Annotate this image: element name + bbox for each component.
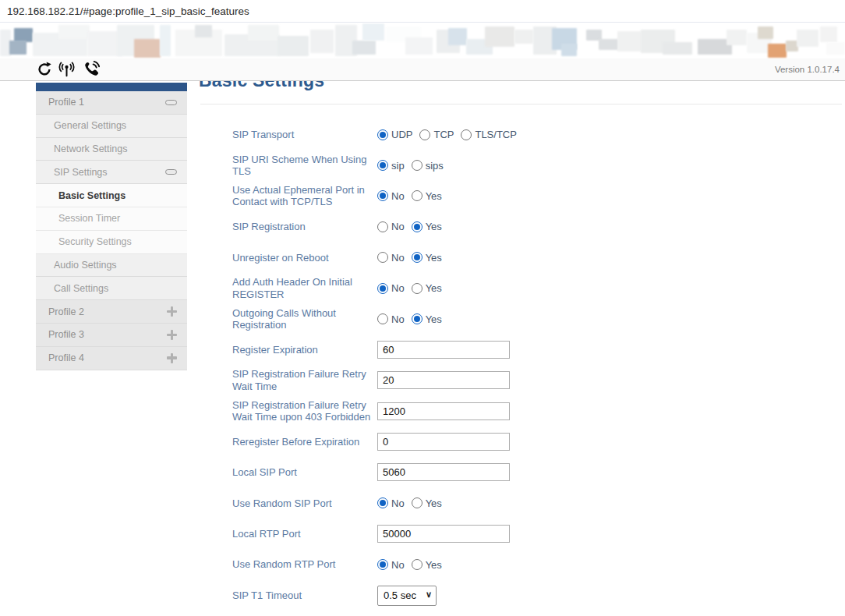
radio-option-label[interactable]: No	[391, 190, 405, 202]
radio-option-label[interactable]: Yes	[426, 559, 442, 571]
setting-label: Use Random RTP Port	[232, 558, 377, 571]
radio-option-label[interactable]: TCP	[433, 129, 454, 140]
blurred-bookmark-block	[310, 30, 334, 53]
radio-use-actual-ephemeral-port-in-contact-with-tcp-tls-no[interactable]	[377, 190, 388, 201]
blurred-bookmark-block	[485, 27, 514, 47]
blurred-bookmark-block	[195, 25, 212, 37]
radio-option-label[interactable]: Yes	[426, 252, 442, 264]
sidebar-nav: Profile 1General SettingsNetwork Setting…	[36, 83, 187, 370]
blurred-bookmark-block	[58, 25, 90, 39]
radio-option-label[interactable]: UDP	[391, 129, 412, 140]
radio-use-random-sip-port-yes[interactable]	[412, 497, 422, 508]
sidebar-item-sip-settings[interactable]: SIP Settings	[36, 161, 187, 184]
phone-icon[interactable]	[81, 60, 101, 79]
sidebar-item-profile-3[interactable]: Profile 3	[36, 324, 187, 347]
setting-control: NoYes	[377, 252, 449, 264]
radio-option-label[interactable]: No	[391, 282, 405, 294]
radio-outgoing-calls-without-registration-yes[interactable]	[412, 313, 422, 324]
radio-sip-registration-yes[interactable]	[412, 221, 422, 232]
input-reregister-before-expiration[interactable]	[377, 433, 510, 451]
select-wrap: 0.5 sec∨	[377, 586, 437, 606]
sidebar-item-session-timer[interactable]: Session Timer	[36, 207, 187, 231]
radio-sip-uri-scheme-when-using-tls-sip[interactable]	[377, 160, 388, 171]
input-local-rtp-port[interactable]	[377, 525, 510, 543]
blurred-bookmark-block	[9, 41, 27, 55]
radio-use-random-sip-port-no[interactable]	[377, 497, 388, 508]
sidebar-item-label: Basic Settings	[58, 190, 126, 201]
radio-option-label[interactable]: No	[391, 221, 405, 232]
setting-control	[377, 371, 510, 389]
radio-option-label[interactable]: Yes	[426, 313, 442, 325]
radio-option-label[interactable]: Yes	[426, 497, 442, 509]
radio-option-label[interactable]: Yes	[426, 190, 442, 202]
radio-outgoing-calls-without-registration-no[interactable]	[377, 313, 388, 324]
radio-option-label[interactable]: No	[391, 252, 405, 264]
setting-row-sip-uri-scheme-when-using-tls: SIP URI Scheme When Using TLSsipsips	[200, 150, 684, 180]
input-sip-registration-failure-retry-wait-time[interactable]	[377, 371, 510, 389]
version-label: Version 1.0.17.4	[775, 65, 845, 74]
setting-control: NoYes	[377, 190, 449, 202]
sidebar-item-general-settings[interactable]: General Settings	[36, 115, 187, 138]
radio-unregister-on-reboot-yes[interactable]	[412, 252, 422, 263]
radio-use-random-rtp-port-yes[interactable]	[412, 559, 422, 570]
input-local-sip-port[interactable]	[377, 463, 510, 481]
input-register-expiration[interactable]	[377, 341, 510, 359]
setting-label: SIP URI Scheme When Using TLS	[232, 154, 377, 178]
sidebar-item-call-settings[interactable]: Call Settings	[36, 277, 187, 300]
radio-option-label[interactable]: TLS/TCP	[475, 129, 516, 140]
sidebar-item-profile-2[interactable]: Profile 2	[36, 300, 187, 324]
expand-icon[interactable]	[167, 306, 177, 317]
setting-control	[377, 463, 510, 481]
radio-unregister-on-reboot-no[interactable]	[377, 252, 388, 263]
sidebar-item-label: General Settings	[54, 120, 126, 131]
select-sip-t1-timeout[interactable]: 0.5 sec	[377, 586, 437, 606]
radio-option-label[interactable]: No	[391, 313, 405, 325]
radio-option-label[interactable]: sips	[426, 160, 444, 172]
radio-option-label[interactable]: No	[391, 497, 405, 509]
blurred-bookmark-block	[561, 44, 577, 56]
radio-use-actual-ephemeral-port-in-contact-with-tcp-tls-yes[interactable]	[412, 190, 422, 201]
antenna-icon[interactable]	[58, 61, 76, 78]
setting-row-sip-registration: SIP RegistrationNoYes	[200, 211, 684, 242]
blurred-bookmark-block	[278, 36, 309, 56]
radio-add-auth-header-on-initial-register-no[interactable]	[377, 283, 388, 294]
sidebar-item-profile-1[interactable]: Profile 1	[36, 91, 187, 115]
expand-icon[interactable]	[167, 353, 177, 363]
sidebar-item-basic-settings[interactable]: Basic Settings	[36, 184, 187, 207]
radio-sip-transport-udp[interactable]	[377, 129, 388, 140]
sidebar-items: Profile 1General SettingsNetwork Setting…	[36, 91, 187, 370]
radio-sip-transport-tls-tcp[interactable]	[461, 129, 472, 140]
collapse-icon[interactable]	[165, 169, 177, 175]
collapse-icon[interactable]	[165, 100, 177, 105]
radio-sip-transport-tcp[interactable]	[419, 129, 430, 140]
radio-sip-registration-no[interactable]	[377, 221, 388, 232]
radio-option-label[interactable]: No	[391, 559, 405, 571]
setting-control	[377, 402, 510, 420]
setting-control: NoYes	[377, 497, 449, 509]
blurred-bookmark-block	[352, 41, 376, 55]
radio-use-random-rtp-port-no[interactable]	[377, 559, 388, 570]
radio-add-auth-header-on-initial-register-yes[interactable]	[412, 283, 422, 294]
setting-control: NoYes	[377, 221, 449, 232]
setting-control: NoYes	[377, 559, 449, 571]
setting-control	[377, 341, 510, 359]
screen: 192.168.182.21/#page:profile_1_sip_basic…	[0, 0, 845, 616]
setting-label: Outgoing Calls Without Registration	[232, 307, 377, 331]
sidebar-item-audio-settings[interactable]: Audio Settings	[36, 254, 187, 278]
sidebar-item-security-settings[interactable]: Security Settings	[36, 231, 187, 254]
radio-sip-uri-scheme-when-using-tls-sips[interactable]	[412, 160, 422, 171]
refresh-icon[interactable]	[37, 62, 52, 77]
radio-option-label[interactable]: Yes	[426, 221, 442, 232]
setting-control: UDPTCPTLS/TCP	[377, 129, 524, 140]
radio-option-label[interactable]: sip	[391, 160, 405, 172]
sidebar-item-network-settings[interactable]: Network Settings	[36, 138, 187, 161]
sidebar-item-profile-4[interactable]: Profile 4	[36, 347, 187, 370]
browser-address-bar[interactable]: 192.168.182.21/#page:profile_1_sip_basic…	[0, 0, 845, 23]
input-sip-registration-failure-retry-wait-time-upon-403-forbidden[interactable]	[377, 402, 510, 420]
sidebar-item-label: Call Settings	[54, 283, 108, 294]
setting-label: Local SIP Port	[232, 466, 377, 479]
page-url[interactable]: 192.168.182.21/#page:profile_1_sip_basic…	[0, 5, 249, 17]
expand-icon[interactable]	[167, 330, 177, 340]
setting-label: Register Expiration	[232, 344, 377, 356]
radio-option-label[interactable]: Yes	[426, 282, 442, 294]
